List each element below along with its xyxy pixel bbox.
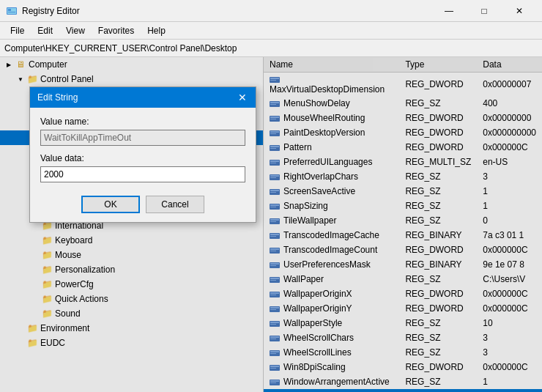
menu-edit[interactable]: Edit <box>31 24 59 37</box>
title-bar-left: Registry Editor <box>6 5 80 17</box>
menu-bar: File Edit View Favorites Help <box>0 22 542 40</box>
address-path: Computer\HKEY_CURRENT_USER\Control Panel… <box>4 43 538 53</box>
value-data-input[interactable] <box>40 166 245 182</box>
cancel-button[interactable]: Cancel <box>146 196 204 213</box>
modal-title: Edit String <box>37 92 78 103</box>
ok-button[interactable]: OK <box>81 196 140 213</box>
main-content: ▶ 🖥 Computer ▼ 📁 Control Panel 📁 Bluetoo… <box>0 57 542 392</box>
menu-view[interactable]: View <box>60 24 91 37</box>
menu-favorites[interactable]: Favorites <box>92 24 140 37</box>
menu-file[interactable]: File <box>4 24 30 37</box>
close-button[interactable]: ✕ <box>502 3 536 19</box>
modal-buttons: OK Cancel <box>40 196 245 213</box>
modal-close-button[interactable]: ✕ <box>237 92 248 103</box>
app-icon <box>6 5 18 17</box>
value-data-label: Value data: <box>40 153 245 163</box>
svg-rect-2 <box>8 9 11 11</box>
value-name-label: Value name: <box>40 117 245 127</box>
edit-string-dialog: Edit String ✕ Value name: Value data: OK… <box>29 86 256 223</box>
menu-help[interactable]: Help <box>141 24 171 37</box>
modal-body: Value name: Value data: OK Cancel <box>30 108 256 222</box>
address-bar: Computer\HKEY_CURRENT_USER\Control Panel… <box>0 40 542 57</box>
svg-rect-3 <box>8 12 15 12</box>
modal-overlay: Edit String ✕ Value name: Value data: OK… <box>0 57 542 392</box>
modal-titlebar: Edit String ✕ <box>30 87 256 108</box>
minimize-button[interactable]: — <box>432 3 466 19</box>
value-name-input[interactable] <box>40 130 245 146</box>
title-bar: Registry Editor — □ ✕ <box>0 0 542 22</box>
maximize-button[interactable]: □ <box>467 3 501 19</box>
app-title: Registry Editor <box>22 6 80 16</box>
window-controls: — □ ✕ <box>432 3 536 19</box>
